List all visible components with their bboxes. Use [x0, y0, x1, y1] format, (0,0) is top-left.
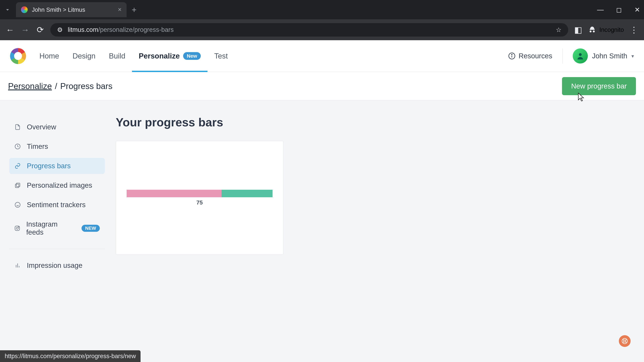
sidebar-item-impression-usage[interactable]: Impression usage — [9, 257, 105, 274]
progress-bar-value: 75 — [196, 199, 203, 206]
bar-chart-icon — [14, 262, 21, 269]
bookmark-icon[interactable]: ☆ — [556, 26, 562, 33]
new-progress-bar-button[interactable]: New progress bar — [562, 77, 636, 95]
info-icon — [508, 52, 516, 60]
top-nav: Home Design Build Personalize New Test — [40, 40, 228, 72]
svg-rect-6 — [16, 183, 20, 187]
user-name: John Smith — [592, 52, 627, 60]
svg-point-11 — [16, 227, 18, 229]
tab-search-dropdown[interactable] — [2, 5, 12, 15]
avatar — [573, 48, 588, 63]
incognito-label: Incognito — [600, 26, 624, 33]
side-panel-icon[interactable]: ◧ — [573, 25, 583, 35]
svg-point-3 — [579, 53, 582, 56]
litmus-logo-icon[interactable] — [10, 48, 26, 64]
breadcrumb-current: Progress bars — [60, 81, 112, 91]
browser-tab[interactable]: John Smith > Litmus × — [16, 2, 126, 17]
maximize-button[interactable]: ◻ — [615, 6, 623, 13]
content-area: Your progress bars 75 — [114, 100, 284, 277]
sidebar-item-sentiment-trackers[interactable]: Sentiment trackers — [9, 197, 105, 213]
window-controls: ― ◻ ✕ — [596, 6, 642, 13]
nav-build[interactable]: Build — [109, 40, 125, 72]
clock-icon — [14, 143, 21, 150]
breadcrumb-root[interactable]: Personalize — [8, 81, 52, 91]
svg-point-2 — [512, 54, 512, 55]
sub-header: Personalize / Progress bars New progress… — [0, 72, 644, 100]
images-icon — [14, 182, 21, 189]
nav-personalize[interactable]: Personalize New — [139, 40, 201, 72]
browser-toolbar: ← → ⟳ ⚙ litmus.com/personalize/progress-… — [0, 19, 644, 40]
incognito-icon — [588, 26, 596, 34]
svg-point-12 — [18, 227, 19, 227]
page-title: Your progress bars — [116, 116, 284, 129]
progress-bar-segment-a — [126, 190, 222, 197]
sidebar-instagram-badge: NEW — [82, 225, 100, 232]
status-bar: https://litmus.com/personalize/progress-… — [0, 350, 140, 362]
tab-title: John Smith > Litmus — [32, 6, 85, 13]
sidebar-item-instagram-feeds[interactable]: Instagram feeds NEW — [9, 216, 105, 240]
svg-rect-5 — [16, 184, 19, 188]
sidebar-divider — [9, 249, 105, 249]
browser-tab-strip: John Smith > Litmus × + ― ◻ ✕ — [0, 0, 644, 19]
document-icon — [14, 124, 21, 130]
breadcrumb-sep: / — [55, 81, 57, 91]
app-viewport: Home Design Build Personalize New Test R… — [0, 40, 644, 362]
sidebar-item-overview[interactable]: Overview — [9, 119, 105, 135]
url-path: /personalize/progress-bars — [98, 26, 174, 33]
site-settings-icon[interactable]: ⚙ — [57, 26, 63, 33]
breadcrumb: Personalize / Progress bars — [8, 81, 112, 91]
svg-point-17 — [624, 340, 626, 342]
url-host: litmus.com — [68, 26, 98, 33]
favicon-icon — [21, 6, 28, 13]
close-tab-icon[interactable]: × — [118, 6, 122, 13]
address-bar[interactable]: ⚙ litmus.com/personalize/progress-bars ☆ — [50, 23, 568, 36]
new-tab-button[interactable]: + — [132, 5, 136, 14]
svg-line-21 — [626, 339, 626, 340]
sidebar-item-personalized-images[interactable]: Personalized images — [9, 177, 105, 193]
minimize-button[interactable]: ― — [596, 6, 604, 13]
progress-bar-segment-b — [222, 190, 273, 197]
svg-point-7 — [15, 202, 20, 207]
nav-test[interactable]: Test — [214, 40, 228, 72]
nav-personalize-badge: New — [183, 52, 201, 60]
user-menu[interactable]: John Smith ▾ — [573, 48, 634, 63]
help-bubble-button[interactable] — [619, 335, 630, 347]
back-button[interactable]: ← — [5, 25, 15, 35]
resources-link[interactable]: Resources — [508, 52, 552, 60]
sidebar-item-timers[interactable]: Timers — [9, 138, 105, 155]
svg-line-18 — [623, 339, 624, 340]
forward-button[interactable]: → — [20, 25, 30, 35]
instagram-icon — [14, 225, 20, 232]
svg-line-19 — [626, 342, 626, 343]
svg-line-20 — [623, 342, 624, 343]
chevron-down-icon: ▾ — [632, 53, 634, 59]
nav-design[interactable]: Design — [72, 40, 96, 72]
incognito-indicator[interactable]: Incognito — [588, 26, 624, 34]
header-divider — [562, 48, 563, 63]
link-icon — [14, 163, 21, 169]
life-ring-icon — [622, 338, 628, 344]
sidebar: Overview Timers Progress bars Personaliz… — [0, 100, 114, 277]
progress-bar-card[interactable]: 75 — [116, 141, 284, 255]
progress-bar-preview — [126, 190, 272, 197]
app-header: Home Design Build Personalize New Test R… — [0, 40, 644, 72]
reload-button[interactable]: ⟳ — [35, 25, 45, 35]
browser-menu-icon[interactable]: ⋮ — [629, 25, 639, 35]
close-window-button[interactable]: ✕ — [633, 6, 642, 13]
main-row: Overview Timers Progress bars Personaliz… — [0, 100, 644, 277]
nav-home[interactable]: Home — [40, 40, 59, 72]
smile-icon — [14, 201, 21, 208]
sidebar-item-progress-bars[interactable]: Progress bars — [9, 158, 105, 174]
